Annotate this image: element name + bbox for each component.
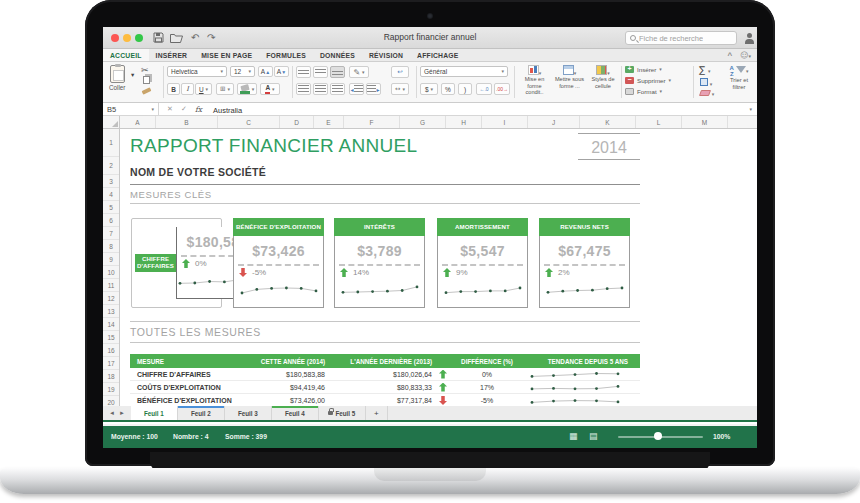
sheet-tab-feuil1[interactable]: Feuil 1 xyxy=(131,406,178,420)
column-header-M[interactable]: M xyxy=(682,116,728,128)
share-person-icon[interactable] xyxy=(744,33,755,44)
decrease-indent-button[interactable]: ◂ xyxy=(349,83,364,95)
tab-formules[interactable]: FORMULES xyxy=(259,49,313,61)
kpi-card-interest[interactable]: INTÉRÊTS $3,789 14% xyxy=(334,218,425,308)
tab-inserer[interactable]: INSÉRER xyxy=(149,49,195,61)
merge-center-button[interactable]: ↔▾ xyxy=(391,83,409,95)
prev-sheet-icon[interactable]: ◄ xyxy=(109,410,115,416)
format-as-table-button[interactable]: ▾ Mettre sous forme ... xyxy=(553,65,586,89)
row-header-8[interactable]: 8 xyxy=(103,240,119,253)
column-header-C[interactable]: C xyxy=(218,116,280,128)
page-layout-view-icon[interactable]: ▤ xyxy=(589,431,598,441)
orientation-button[interactable]: ✎▾ xyxy=(349,66,369,78)
sheet-tab-feuil5[interactable]: Feuil 5 xyxy=(319,406,366,420)
column-header-E[interactable]: E xyxy=(314,116,344,128)
name-box[interactable]: B5▾ xyxy=(103,103,159,116)
copy-icon[interactable] xyxy=(143,76,150,84)
column-header-J[interactable]: J xyxy=(528,116,580,128)
row-header-10[interactable]: 10 xyxy=(103,266,119,279)
paste-button[interactable]: Coller xyxy=(109,65,125,91)
align-right-button[interactable] xyxy=(330,83,345,95)
row-header-12[interactable]: 12 xyxy=(103,292,119,305)
borders-button[interactable]: ⊞▾ xyxy=(216,83,234,95)
increase-decimal-button[interactable]: ←.0 xyxy=(476,83,492,95)
row-header-5[interactable]: 5 xyxy=(103,201,119,214)
kpi-card-operating-profit[interactable]: BÉNÉFICE D'EXPLOITATION $73,426 -5% xyxy=(233,218,324,308)
increase-indent-button[interactable]: ▸ xyxy=(366,83,381,95)
row-header-17[interactable]: 17 xyxy=(103,357,119,370)
column-header-A[interactable]: A xyxy=(120,116,156,128)
bold-button[interactable]: B xyxy=(167,83,180,95)
tab-affichage[interactable]: AFFICHAGE xyxy=(410,49,465,61)
zoom-slider-handle[interactable] xyxy=(654,432,662,440)
select-all-corner[interactable] xyxy=(103,116,120,128)
currency-format-button[interactable]: $▾ xyxy=(420,83,438,95)
grow-font-button[interactable]: A▲ xyxy=(258,66,273,77)
font-color-button[interactable]: A▾ xyxy=(260,83,280,95)
column-header-H[interactable]: H xyxy=(446,116,482,128)
tab-donnees[interactable]: DONNÉES xyxy=(313,49,362,61)
underline-button[interactable]: U▾ xyxy=(195,83,212,95)
next-sheet-icon[interactable]: ► xyxy=(119,410,125,416)
sheet-tab-feuil3[interactable]: Feuil 3 xyxy=(225,406,272,420)
column-header-B[interactable]: B xyxy=(156,116,218,128)
conditional-formatting-button[interactable]: ▾ Mise en forme condit.. xyxy=(518,65,551,96)
column-header-K[interactable]: K xyxy=(580,116,636,128)
row-header-11[interactable]: 11 xyxy=(103,279,119,292)
font-size-select[interactable]: 12▾ xyxy=(230,66,255,77)
enter-check-icon[interactable]: ✓ xyxy=(181,105,187,113)
column-header-L[interactable]: L xyxy=(636,116,682,128)
search-input[interactable]: Fiche de recherche xyxy=(625,31,737,45)
number-format-select[interactable]: Général▾ xyxy=(420,66,508,77)
row-header-4[interactable]: 4 xyxy=(103,188,119,201)
sheet-tab-feuil4[interactable]: Feuil 4 xyxy=(272,406,319,420)
italic-button[interactable]: I xyxy=(181,83,194,95)
delete-cells-button[interactable]: − Supprimer▾ xyxy=(625,77,671,84)
row-header-7[interactable]: 7 xyxy=(103,227,119,240)
formula-content[interactable]: Australia xyxy=(213,106,242,115)
align-center-button[interactable] xyxy=(313,83,328,95)
sort-filter-button[interactable]: AZ ▾ Trier et filtrer xyxy=(723,65,755,91)
clear-button[interactable]: ▾ xyxy=(700,90,714,97)
cancel-icon[interactable]: ✕ xyxy=(167,105,173,113)
row-header-9[interactable]: 9 xyxy=(103,253,119,266)
row-header-14[interactable]: 14 xyxy=(103,318,119,331)
cut-scissors-icon[interactable]: ✂ xyxy=(141,65,149,75)
tab-mise-en-page[interactable]: MISE EN PAGE xyxy=(194,49,259,61)
column-header-D[interactable]: D xyxy=(280,116,314,128)
collapse-ribbon-icon[interactable]: ^ xyxy=(727,51,732,60)
row-header-13[interactable]: 13 xyxy=(103,305,119,318)
table-row[interactable]: BÉNÉFICE D'EXPLOITATION $73,426,00 $77,3… xyxy=(130,394,640,406)
worksheet[interactable]: RAPPORT FINANCIER ANNUEL 2014 NOM DE VOT… xyxy=(120,129,757,406)
column-header-I[interactable]: I xyxy=(482,116,528,128)
format-cells-button[interactable]: Format▾ xyxy=(625,88,662,95)
align-bottom-button[interactable] xyxy=(330,66,345,78)
shrink-font-button[interactable]: A▼ xyxy=(274,66,289,77)
comma-format-button[interactable]: ) xyxy=(458,83,472,95)
feedback-smiley-icon[interactable]: ☺▾ xyxy=(740,51,751,60)
column-header-F[interactable]: F xyxy=(344,116,400,128)
row-header-16[interactable]: 16 xyxy=(103,344,119,357)
row-header-6[interactable]: 6 xyxy=(103,214,119,227)
row-header-19[interactable]: 19 xyxy=(103,383,119,396)
autosum-button[interactable]: ∑ ▾ xyxy=(699,65,710,75)
tab-accueil[interactable]: ACCUEIL xyxy=(103,49,149,61)
wrap-text-button[interactable]: ↩ xyxy=(391,66,409,78)
table-row[interactable]: CHIFFRE D'AFFAIRES $180,583,88 $180,026,… xyxy=(130,368,640,381)
add-sheet-button[interactable]: + xyxy=(366,406,388,420)
cell-styles-button[interactable]: ▾ Styles de cellule xyxy=(588,65,618,89)
table-row[interactable]: COÛTS D'EXPLOITATION $94,419,46 $80,833,… xyxy=(130,381,640,394)
column-header-G[interactable]: G xyxy=(400,116,446,128)
row-header-15[interactable]: 15 xyxy=(103,331,119,344)
align-middle-button[interactable] xyxy=(313,66,328,78)
decrease-decimal-button[interactable]: .00→ xyxy=(494,83,510,95)
align-left-button[interactable] xyxy=(296,83,311,95)
sheet-tab-feuil2[interactable]: Feuil 2 xyxy=(178,406,225,420)
insert-function-icon[interactable]: fx xyxy=(195,105,202,114)
font-name-select[interactable]: Helvetica▾ xyxy=(167,66,227,77)
format-painter-icon[interactable] xyxy=(142,87,152,94)
kpi-card-revenue[interactable]: CHIFFRE D'AFFAIRES $180,584 0% xyxy=(131,218,222,308)
row-header-2[interactable]: 2 xyxy=(103,157,119,175)
kpi-card-net-income[interactable]: REVENUS NETS $67,475 2% xyxy=(539,218,630,308)
formula-bar-expand-icon[interactable]: ▾ xyxy=(749,107,752,112)
